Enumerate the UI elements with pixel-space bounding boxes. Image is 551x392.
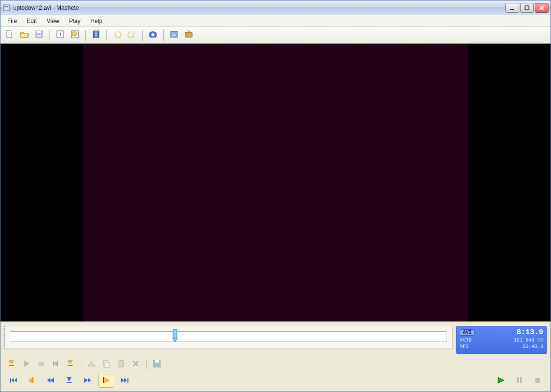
cut-icon [87,359,97,370]
menubar: File Edit View Play Help [0,15,551,27]
menu-help[interactable]: Help [85,16,107,26]
total-duration: 21:40.8 [523,344,543,349]
current-time: 8:13.9 [517,328,543,337]
paste-button [115,358,127,370]
save-selection-icon [152,359,162,370]
save-button [33,29,46,42]
svg-marker-58 [84,378,88,383]
prev-keyframe-button[interactable] [24,374,40,388]
svg-marker-35 [68,361,73,364]
erase-button [35,358,48,370]
film-button[interactable] [90,29,102,42]
svg-line-26 [189,30,190,32]
main-toolbar: i1x [0,27,551,44]
close-button[interactable] [535,3,549,13]
svg-rect-44 [120,360,122,361]
new-icon [5,29,15,41]
toolbar-separator [81,359,81,369]
svg-line-5 [540,6,544,10]
video-viewport [0,44,551,321]
edit-toolbar [0,356,551,372]
toolbar-separator [106,30,107,41]
skip-end-button[interactable] [117,374,133,388]
timeline[interactable] [4,326,452,348]
tags-button[interactable] [69,29,81,42]
svg-rect-21 [151,31,154,33]
svg-marker-63 [124,378,127,383]
svg-marker-29 [9,361,14,364]
svg-rect-3 [525,6,529,10]
timeline-track[interactable] [10,331,447,342]
window-title: uptodown2.avi - Machete [13,4,505,11]
audio-codec-label: MP3 [460,344,469,349]
timeline-thumb[interactable] [172,329,178,343]
fast-forward-button[interactable] [80,374,96,388]
toolbar-separator [50,30,50,41]
mark-start-icon [7,359,17,370]
svg-rect-10 [37,35,41,37]
tags-icon [70,29,80,41]
svg-marker-52 [29,377,33,383]
maximize-button[interactable] [520,3,534,13]
svg-rect-32 [38,362,44,366]
svg-marker-60 [103,377,109,383]
toolbar-separator [85,30,86,41]
svg-marker-28 [173,338,177,342]
zoom-1x-button[interactable]: 1x [168,29,180,42]
snapshot-button[interactable] [147,29,159,42]
step-back-button[interactable] [61,374,77,388]
stop-icon [533,375,543,387]
undo-icon [112,29,122,41]
svg-rect-16 [98,31,99,38]
svg-line-40 [90,361,93,365]
pause-button [511,374,527,388]
bottom-panel: AVI 8:13.9 XVID 181 948 KB MP3 21:40.8 [0,321,551,392]
paste-icon [116,359,126,370]
play-button[interactable] [493,374,508,388]
svg-rect-48 [155,360,159,363]
svg-text:1x: 1x [172,32,176,37]
svg-point-38 [93,364,95,367]
mark-start-button[interactable] [5,358,18,370]
stop-button [530,374,546,388]
next-keyframe-button[interactable] [99,374,114,388]
play-selection-icon [22,359,31,370]
svg-rect-67 [520,377,522,383]
timeline-row: AVI 8:13.9 XVID 181 948 KB MP3 21:40.8 [0,322,551,356]
copy-button [100,358,113,370]
svg-rect-1 [4,6,8,7]
rewind-button[interactable] [43,374,58,388]
svg-rect-68 [535,378,540,383]
info-button[interactable]: i [54,29,67,42]
menu-play[interactable]: Play [64,16,85,26]
menu-file[interactable]: File [2,16,22,26]
playback-toolbar [0,372,551,392]
save-icon [34,29,44,41]
prev-keyframe-icon [27,375,37,387]
menu-edit[interactable]: Edit [22,16,42,26]
next-keyframe-icon [101,375,111,387]
jump-back-button [50,358,62,370]
svg-marker-31 [25,361,29,366]
minimize-button[interactable] [505,3,519,13]
snapshot-icon [148,29,158,41]
open-button[interactable] [18,29,31,42]
menu-view[interactable]: View [42,16,64,26]
window-controls [505,3,549,13]
svg-rect-24 [185,32,192,37]
svg-rect-42 [105,362,109,368]
svg-marker-33 [54,361,58,366]
play-icon [496,375,505,387]
mark-end-button[interactable] [64,358,77,370]
skip-start-button[interactable] [5,374,21,388]
new-button[interactable] [3,29,16,42]
tv-button[interactable] [182,29,195,42]
svg-rect-0 [3,5,9,11]
play-selection-button [20,358,33,370]
zoom-1x-icon: 1x [169,29,179,41]
erase-icon [36,359,46,370]
film-icon [91,29,101,41]
toolbar-separator [163,30,164,41]
svg-marker-54 [47,378,50,383]
redo-icon [127,29,137,41]
